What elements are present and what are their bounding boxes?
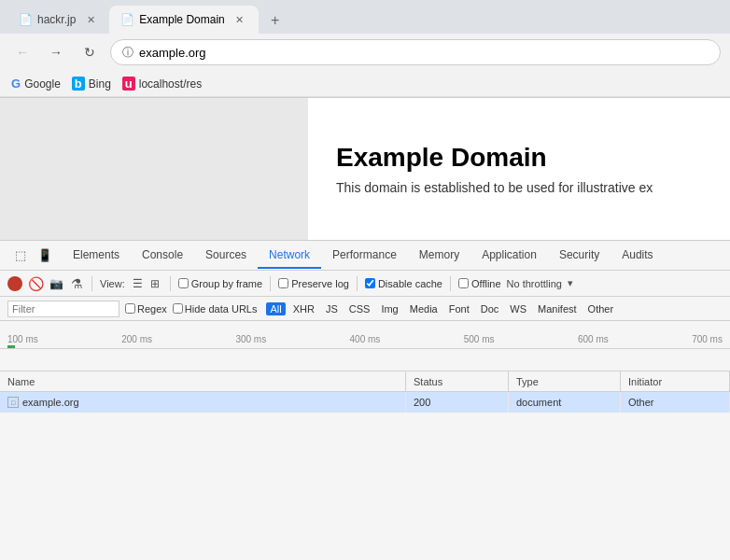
view-buttons: ☰ ⊞: [131, 276, 162, 291]
timeline-label-300ms: 300 ms: [235, 334, 266, 344]
tab-performance[interactable]: Performance: [321, 243, 408, 269]
bookmark-bing[interactable]: b Bing: [72, 77, 111, 91]
disable-cache-input[interactable]: [365, 278, 375, 288]
browser-chrome: 📄 hackr.jp ✕ 📄 Example Domain ✕ + ← → ↻ …: [0, 0, 730, 98]
regex-input[interactable]: [125, 303, 135, 314]
bookmark-bing-label: Bing: [89, 77, 111, 91]
refresh-button[interactable]: ↻: [77, 39, 103, 65]
hide-data-urls-label: Hide data URLs: [185, 303, 258, 315]
devtools-tab-bar: ⬚ 📱 Elements Console Sources Network Per…: [0, 241, 730, 271]
header-name: Name: [0, 371, 406, 391]
offline-checkbox[interactable]: Offline: [458, 278, 501, 289]
group-by-frame-checkbox[interactable]: Group by frame: [178, 278, 262, 289]
header-initiator: Initiator: [621, 371, 730, 391]
separator-1: [91, 276, 92, 291]
tab-sources[interactable]: Sources: [194, 243, 258, 269]
filter-button[interactable]: ⚗: [69, 276, 84, 291]
filter-js[interactable]: JS: [322, 302, 342, 315]
bookmark-localhost[interactable]: u localhost/res: [122, 77, 202, 91]
offline-input[interactable]: [458, 278, 469, 288]
hide-data-urls-input[interactable]: [173, 303, 183, 314]
timeline-label-100ms: 100 ms: [7, 334, 38, 344]
page-content: Example Domain This domain is establishe…: [0, 98, 730, 240]
list-view-button[interactable]: ☰: [131, 276, 146, 291]
filter-types: All XHR JS CSS Img Media Font Doc WS Man…: [266, 302, 617, 315]
filter-all[interactable]: All: [266, 302, 285, 315]
url-bar[interactable]: ⓘ example.org: [110, 39, 721, 65]
network-table: □ example.org 200 document Other: [0, 392, 730, 560]
bookmark-google[interactable]: G Google: [11, 77, 61, 91]
filter-manifest[interactable]: Manifest: [534, 302, 581, 315]
inspect-icon[interactable]: ⬚: [11, 246, 30, 265]
network-toolbar: 🚫 📷 ⚗ View: ☰ ⊞ Group by frame Preserve …: [0, 271, 730, 297]
filter-img[interactable]: Img: [377, 302, 401, 315]
disable-cache-checkbox[interactable]: Disable cache: [365, 278, 442, 289]
page-subtitle: This domain is established to be used fo…: [336, 180, 653, 195]
clear-button[interactable]: 🚫: [28, 276, 43, 291]
example-tab-title: Example Domain: [139, 13, 224, 26]
filter-doc[interactable]: Doc: [477, 302, 503, 315]
back-button[interactable]: ←: [9, 39, 35, 65]
tab-audits[interactable]: Audits: [611, 243, 664, 269]
filter-ws[interactable]: WS: [506, 302, 530, 315]
hackr-favicon: 📄: [19, 13, 32, 26]
forward-button[interactable]: →: [43, 39, 69, 65]
bookmarks-bar: G Google b Bing u localhost/res: [0, 71, 730, 97]
google-icon: G: [11, 77, 21, 91]
example-favicon: 📄: [120, 13, 133, 26]
cell-status: 200: [406, 392, 509, 413]
separator-3: [270, 276, 271, 291]
tab-example[interactable]: 📄 Example Domain ✕: [109, 6, 258, 34]
tab-memory[interactable]: Memory: [408, 243, 470, 269]
page-inner: Example Domain This domain is establishe…: [308, 98, 730, 240]
new-tab-button[interactable]: +: [262, 7, 288, 34]
devtools-icons: ⬚ 📱: [4, 246, 62, 265]
filter-other[interactable]: Other: [584, 302, 618, 315]
filter-input[interactable]: [7, 301, 119, 317]
timeline-label-400ms: 400 ms: [350, 334, 381, 344]
cell-initiator: Other: [621, 392, 730, 413]
regex-checkbox[interactable]: Regex: [125, 303, 167, 315]
tab-elements[interactable]: Elements: [62, 243, 131, 269]
bookmark-google-label: Google: [24, 77, 61, 91]
filter-media[interactable]: Media: [406, 302, 442, 315]
cell-name: □ example.org: [0, 392, 406, 413]
screenshot-button[interactable]: 📷: [49, 276, 63, 291]
device-icon[interactable]: 📱: [35, 246, 54, 265]
url-text: example.org: [139, 46, 709, 60]
throttling-dropdown-icon[interactable]: ▾: [568, 277, 573, 289]
preserve-log-input[interactable]: [278, 278, 288, 288]
waterfall-empty: [0, 349, 730, 371]
preserve-log-checkbox[interactable]: Preserve log: [278, 278, 349, 289]
tab-application[interactable]: Application: [470, 243, 548, 269]
filter-font[interactable]: Font: [445, 302, 473, 315]
lock-icon: ⓘ: [122, 45, 133, 61]
timeline-green-bar: [7, 345, 15, 348]
filter-xhr[interactable]: XHR: [289, 302, 318, 315]
table-header: Name Status Type Initiator: [0, 371, 730, 392]
hackr-tab-close[interactable]: ✕: [83, 12, 98, 27]
disable-cache-label: Disable cache: [378, 278, 442, 289]
hide-data-urls-checkbox[interactable]: Hide data URLs: [173, 303, 258, 315]
record-button[interactable]: [7, 276, 22, 291]
tab-hackr[interactable]: 📄 hackr.jp ✕: [7, 6, 109, 34]
page-title: Example Domain: [336, 143, 547, 173]
example-tab-close[interactable]: ✕: [232, 12, 247, 27]
separator-2: [170, 276, 171, 291]
filter-css[interactable]: CSS: [345, 302, 374, 315]
tab-bar: 📄 hackr.jp ✕ 📄 Example Domain ✕ +: [0, 0, 730, 34]
group-by-frame-input[interactable]: [178, 278, 189, 288]
tab-security[interactable]: Security: [548, 243, 611, 269]
separator-5: [450, 276, 451, 291]
offline-label: Offline: [471, 278, 501, 289]
grid-view-button[interactable]: ⊞: [147, 276, 162, 291]
tab-network[interactable]: Network: [258, 243, 321, 269]
address-bar: ← → ↻ ⓘ example.org: [0, 34, 730, 71]
filter-bar: Regex Hide data URLs All XHR JS CSS Img …: [0, 297, 730, 321]
timeline: 100 ms 200 ms 300 ms 400 ms 500 ms 600 m…: [0, 321, 730, 349]
file-icon: □: [7, 397, 19, 408]
timeline-label-200ms: 200 ms: [121, 334, 152, 344]
table-row[interactable]: □ example.org 200 document Other: [0, 392, 730, 413]
tab-console[interactable]: Console: [131, 243, 194, 269]
preserve-log-label: Preserve log: [291, 278, 349, 289]
